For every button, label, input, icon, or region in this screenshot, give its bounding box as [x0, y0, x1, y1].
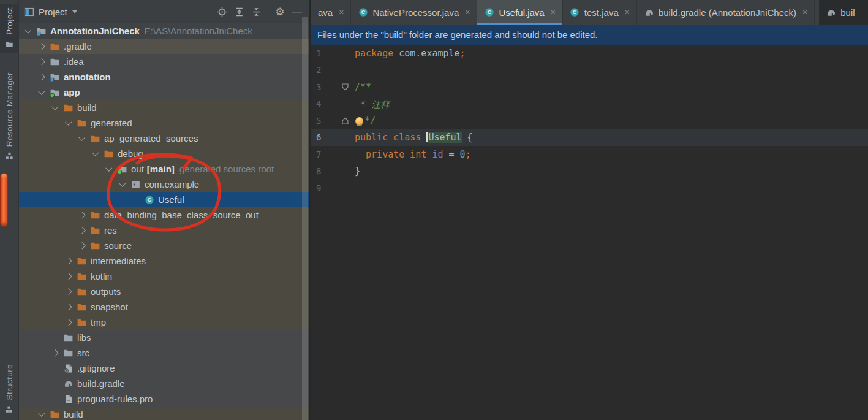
intention-bulb-icon[interactable]	[355, 117, 363, 125]
tree-row-kotlin[interactable]: kotlin	[18, 269, 309, 284]
chevron-right-icon[interactable]	[77, 241, 87, 251]
tree-row-libs[interactable]: libs	[18, 330, 309, 345]
tree-row-res[interactable]: res	[18, 223, 309, 238]
code-line-8: 8}	[311, 163, 868, 180]
tree-row-build-gradle[interactable]: build.gradle	[18, 376, 309, 391]
tab-build-gradle-annotationjnicheck[interactable]: build.gradle (AnnotationJniCheck)×	[637, 0, 815, 25]
close-icon[interactable]: ×	[465, 7, 470, 17]
stripe-button-resource-manager[interactable]: Resource Manager	[0, 69, 18, 164]
collapse-all-icon[interactable]	[251, 6, 262, 17]
tree-row-annotation[interactable]: annotation	[18, 69, 309, 85]
android-studio-window: Project Resource Manager Structure Proje…	[0, 0, 868, 420]
chevron-right-icon[interactable]	[77, 210, 87, 220]
tree-row-idea[interactable]: .idea	[18, 54, 309, 69]
chevron-down-icon[interactable]	[91, 149, 100, 159]
stripe-button-project[interactable]: Project	[0, 4, 18, 53]
expand-all-icon[interactable]	[233, 6, 244, 17]
fold-marker-icon[interactable]	[340, 117, 350, 124]
token: *	[355, 99, 371, 110]
chevron-down-icon[interactable]	[104, 164, 114, 174]
tree-row-build[interactable]: build	[18, 407, 309, 420]
tree-row-gradle[interactable]: .gradle	[18, 39, 309, 54]
tab-label: ava	[318, 7, 333, 18]
tab-ava[interactable]: ava×	[311, 0, 351, 25]
gradle-icon	[62, 378, 74, 389]
tree-row-debug[interactable]: debug	[18, 146, 309, 161]
stripe-label-resource-manager: Resource Manager	[5, 72, 14, 147]
project-view-selector[interactable]: Project	[39, 7, 67, 17]
folder-orange-icon	[89, 240, 101, 251]
hide-icon[interactable]: —	[292, 6, 303, 17]
chevron-down-icon[interactable]	[50, 103, 60, 113]
tab-nativeprocessor-java[interactable]: CNativeProcessor.java×	[351, 0, 477, 25]
tree-row-source[interactable]: source	[18, 238, 309, 253]
code-line-4: 4 * 注释	[311, 96, 868, 113]
tree-item-label: data_binding_base_class_source_out	[104, 210, 259, 220]
chevron-right-icon[interactable]	[64, 302, 74, 312]
tree-item-label: com.example	[145, 179, 199, 189]
tree-item-label: build	[64, 409, 83, 419]
chevron-down-icon[interactable]	[72, 10, 77, 13]
folder-orange-icon	[103, 148, 115, 159]
folder-module-green-icon	[116, 164, 128, 174]
tree-row-tmp[interactable]: tmp	[18, 315, 309, 330]
chevron-right-icon[interactable]	[77, 226, 87, 235]
close-icon[interactable]: ×	[551, 7, 556, 17]
tree-row-generated[interactable]: generated	[18, 115, 309, 131]
tree-row-useful[interactable]: CUseful	[18, 192, 309, 207]
close-icon[interactable]: ×	[339, 7, 344, 17]
tab-label: NativeProcessor.java	[372, 7, 459, 18]
folder-orange-icon	[76, 286, 88, 297]
tree-row-outputs[interactable]: outputs	[18, 284, 309, 299]
close-icon[interactable]: ×	[625, 7, 630, 17]
chevron-down-icon[interactable]	[77, 134, 87, 143]
line-number: 8	[311, 166, 340, 176]
chevron-down-icon[interactable]	[23, 26, 33, 36]
chevron-down-icon[interactable]	[37, 88, 47, 97]
panel-splitter[interactable]	[309, 0, 311, 420]
chevron-down-icon[interactable]	[64, 118, 74, 128]
folder-gray-icon	[62, 348, 74, 358]
chevron-right-icon[interactable]	[64, 318, 74, 327]
project-tree: AnnotationJniCheckE:\AS\AnnotationJniChe…	[18, 23, 309, 420]
fold-marker-icon[interactable]	[340, 83, 350, 91]
tree-row-build[interactable]: build	[18, 100, 309, 115]
chevron-right-icon[interactable]	[37, 72, 47, 82]
chevron-right-icon[interactable]	[37, 57, 47, 67]
chevron-right-icon[interactable]	[64, 287, 74, 297]
tab-test-java[interactable]: Ctest.java×	[563, 0, 637, 25]
tree-row-intermediates[interactable]: intermediates	[18, 253, 309, 269]
tree-row-src[interactable]: src	[18, 345, 309, 361]
tree-row-annotationjnicheck[interactable]: AnnotationJniCheckE:\AS\AnnotationJniChe…	[18, 23, 309, 39]
locate-icon[interactable]	[216, 6, 227, 17]
chevron-down-icon[interactable]	[118, 180, 127, 189]
tree-row-proguard-rules-pro[interactable]: proguard-rules.pro	[18, 391, 309, 407]
folder-orange-icon	[49, 409, 61, 419]
tree-row-snapshot[interactable]: snapshot	[18, 299, 309, 315]
indent-spacer	[50, 333, 60, 343]
chevron-right-icon[interactable]	[37, 42, 47, 52]
token: private int	[366, 149, 432, 160]
chevron-right-icon[interactable]	[64, 272, 74, 281]
chevron-right-icon[interactable]	[50, 348, 60, 358]
close-icon[interactable]: ×	[802, 7, 807, 17]
tab-useful-java[interactable]: CUseful.java×	[477, 0, 562, 25]
tree-row-app[interactable]: app	[18, 85, 309, 100]
folder-orange-icon	[76, 271, 88, 281]
tab-buil[interactable]: buil	[819, 0, 868, 25]
tree-item-label: .idea	[64, 56, 84, 67]
stripe-button-structure[interactable]: Structure	[0, 361, 18, 418]
tree-item-hint: generated sources root	[179, 164, 274, 174]
tree-row-data-binding-base-class-source-out[interactable]: data_binding_base_class_source_out	[18, 207, 309, 223]
tree-row-out[interactable]: out[main]generated sources root	[18, 161, 309, 177]
code-editor[interactable]: 1package com.example;23/**4 * 注释5*/6publ…	[311, 45, 868, 420]
chevron-right-icon[interactable]	[64, 256, 74, 266]
folder-orange-icon	[76, 118, 88, 128]
project-scrollbar[interactable]	[302, 17, 308, 420]
tree-row-gitignore[interactable]: .gitignore	[18, 361, 309, 376]
tree-row-com-example[interactable]: com.example	[18, 177, 309, 192]
folder-module-blue-icon	[49, 72, 61, 82]
chevron-down-icon[interactable]	[37, 410, 47, 419]
settings-icon[interactable]: ⚙	[274, 6, 285, 17]
tree-row-ap-generated-sources[interactable]: ap_generated_sources	[18, 131, 309, 146]
